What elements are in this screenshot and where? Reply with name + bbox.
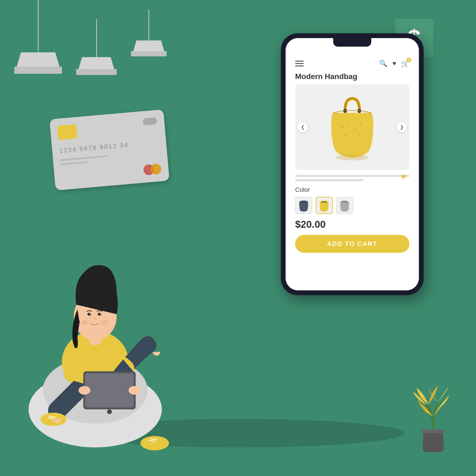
svg-point-6 [344, 135, 346, 136]
hamburger-menu[interactable] [295, 61, 304, 67]
lamp-3 [131, 10, 167, 75]
smartphone: 🔍 ♥ 🛒 1 Modern Handbag ❮ [281, 33, 424, 295]
handbag-image [321, 91, 383, 163]
lamp-2 [76, 19, 117, 75]
color-section: Color [293, 184, 412, 214]
lamp-base-3 [131, 51, 167, 56]
product-heart-icon[interactable]: ♥ [401, 171, 406, 182]
cart-badge: 1 [407, 58, 411, 62]
card-mastercard-logo [143, 163, 162, 175]
lamp-shade-1 [17, 52, 60, 67]
card-line-1 [60, 155, 108, 161]
phone-notch [333, 38, 371, 47]
plant-illustration [409, 357, 457, 452]
product-description [295, 175, 409, 181]
person-illustration [14, 238, 193, 452]
lamp-shade-3 [133, 40, 164, 51]
desc-line-2 [295, 179, 364, 181]
header-icons: 🔍 ♥ 🛒 1 [379, 60, 409, 67]
svg-point-29 [81, 320, 88, 325]
lamp-1 [14, 0, 62, 75]
wishlist-icon[interactable]: ♥ [392, 60, 396, 67]
lamp-cord-1 [38, 0, 38, 52]
svg-point-8 [358, 133, 360, 135]
card-line-2 [60, 161, 89, 165]
svg-point-20 [107, 409, 112, 414]
lamp-cord-3 [149, 10, 149, 40]
color-swatch-gray[interactable] [336, 197, 353, 214]
svg-point-10 [363, 142, 365, 143]
svg-point-3 [348, 121, 350, 123]
prev-button[interactable]: ❮ [298, 122, 308, 132]
color-swatch-yellow[interactable] [316, 197, 333, 214]
svg-point-11 [336, 155, 369, 160]
product-title: Modern Handbag [293, 72, 412, 81]
svg-point-9 [340, 143, 341, 144]
lamp-cord-2 [96, 19, 97, 57]
lamp-base-2 [76, 69, 117, 75]
desc-line-1 [295, 175, 409, 177]
lamps-container [14, 0, 167, 75]
svg-point-4 [354, 127, 356, 129]
lamp-base-1 [14, 67, 62, 74]
svg-rect-19 [85, 373, 134, 408]
color-swatch-darkblue[interactable] [295, 197, 312, 214]
svg-point-2 [342, 126, 344, 128]
svg-point-28 [100, 313, 101, 314]
svg-rect-31 [421, 430, 445, 433]
svg-point-5 [360, 122, 361, 124]
product-image-area: ❮ [295, 84, 409, 170]
svg-point-30 [101, 320, 108, 325]
credit-card: 1234 5678 9012 34 [50, 109, 170, 191]
card-toggle [143, 117, 157, 125]
search-icon[interactable]: 🔍 [379, 60, 388, 67]
svg-point-7 [351, 138, 353, 140]
svg-point-22 [129, 386, 140, 395]
card-chip [57, 124, 77, 140]
svg-point-27 [90, 313, 91, 314]
lamp-shade-2 [79, 57, 114, 69]
cart-wrapper[interactable]: 🛒 1 [401, 60, 409, 67]
product-price: $20.00 [293, 214, 412, 233]
app-header: 🔍 ♥ 🛒 1 [293, 48, 412, 72]
next-button[interactable]: ❯ [396, 122, 407, 132]
svg-point-21 [79, 386, 90, 395]
color-options [295, 197, 409, 214]
phone-screen: 🔍 ♥ 🛒 1 Modern Handbag ❮ [286, 38, 419, 290]
add-to-cart-button[interactable]: ADD TO CART [295, 235, 409, 253]
color-label: Color [295, 186, 409, 193]
